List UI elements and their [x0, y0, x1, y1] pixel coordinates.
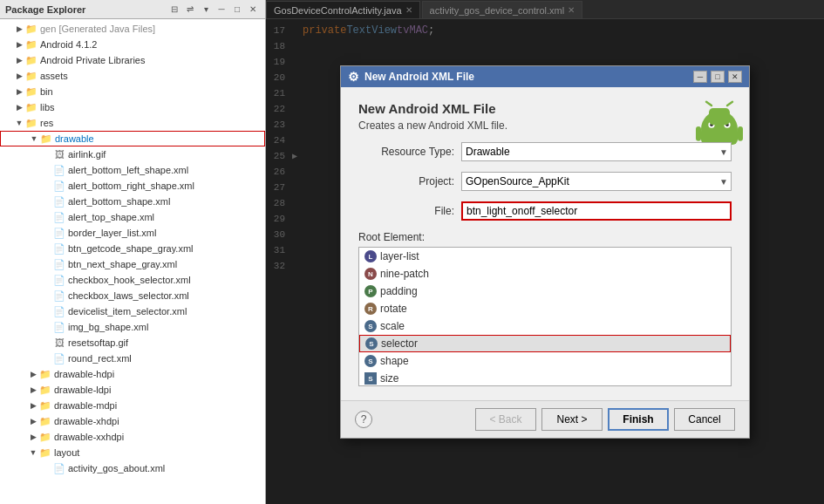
tree-icon-drawable_hdpi: 📁	[38, 367, 52, 381]
tree-item-drawable_ldpi[interactable]: ▶📁drawable-ldpi	[0, 382, 265, 398]
tree-item-drawable_xhdpi[interactable]: ▶📁drawable-xhdpi	[0, 413, 265, 429]
tree-label-btn_getcode: btn_getcode_shape_gray.xml	[68, 243, 194, 254]
tree-toggle-bin[interactable]: ▶	[14, 86, 24, 97]
tree-icon-drawable_xhdpi: 📁	[38, 414, 52, 428]
link-editor-btn[interactable]: ⇌	[183, 3, 197, 17]
tree-item-round_rect[interactable]: 📄round_rect.xml	[0, 351, 265, 366]
tree-item-btn_next[interactable]: 📄btn_next_shape_gray.xml	[0, 256, 265, 272]
tree-toggle-devicelist_item[interactable]	[42, 306, 52, 317]
tree-item-airlinkgif[interactable]: 🖼airlink.gif	[0, 146, 265, 162]
tree-icon-alert_bottom_left: 📄	[52, 163, 66, 177]
tree-item-drawable_hdpi[interactable]: ▶📁drawable-hdpi	[0, 366, 265, 382]
tree-toggle-alert_bottom_left[interactable]	[42, 165, 52, 175]
tree-toggle-checkbox_hook[interactable]	[42, 275, 52, 285]
tree-toggle-activity_gos_about[interactable]	[42, 463, 52, 473]
tree-toggle-gen[interactable]: ▶	[14, 24, 24, 34]
tree-item-alert_bottom_left[interactable]: 📄alert_bottom_left_shape.xml	[0, 162, 265, 178]
resource-type-select[interactable]: Drawable	[461, 142, 732, 161]
maximize-btn[interactable]: □	[230, 3, 244, 17]
dialog-minimize-btn[interactable]: ─	[693, 71, 707, 83]
back-button[interactable]: < Back	[475, 408, 536, 431]
tree-toggle-libs[interactable]: ▶	[14, 102, 24, 112]
tree-icon-drawable: 📁	[39, 132, 53, 146]
tree-toggle-alert_bottom[interactable]	[42, 196, 52, 207]
tree-item-alert_bottom[interactable]: 📄alert_bottom_shape.xml	[0, 194, 265, 209]
tree-item-border_layer[interactable]: 📄border_layer_list.xml	[0, 225, 265, 241]
tree-toggle-airlinkgif[interactable]	[42, 149, 52, 160]
minimize-btn[interactable]: ─	[215, 3, 228, 17]
tree-item-activity_gos_about[interactable]: 📄activity_gos_about.xml	[0, 460, 265, 476]
tree-label-drawable: drawable	[55, 133, 94, 144]
root-element-item-selector[interactable]: Sselector	[359, 335, 731, 352]
tree-label-drawable_xxhdpi: drawable-xxhdpi	[54, 432, 124, 442]
next-button[interactable]: Next >	[541, 408, 603, 431]
root-element-item-padding[interactable]: Ppadding	[359, 283, 731, 300]
tree-toggle-drawable_hdpi[interactable]: ▶	[28, 369, 38, 379]
tree-toggle-drawable[interactable]: ▼	[29, 133, 39, 144]
tree-item-devicelist_item[interactable]: 📄devicelist_item_selector.xml	[0, 303, 265, 319]
tree-item-alert_top[interactable]: 📄alert_top_shape.xml	[0, 209, 265, 225]
tree-item-bin[interactable]: ▶📁bin	[0, 84, 265, 99]
tree-toggle-checkbox_laws[interactable]	[42, 290, 52, 301]
tree-item-checkbox_hook[interactable]: 📄checkbox_hook_selector.xml	[0, 272, 265, 288]
tree-toggle-drawable_xhdpi[interactable]: ▶	[28, 416, 38, 426]
tree-item-img_bg[interactable]: 📄img_bg_shape.xml	[0, 319, 265, 335]
tree-item-drawable_xxhdpi[interactable]: ▶📁drawable-xxhdpi	[0, 429, 265, 445]
tree-toggle-alert_bottom_right[interactable]	[42, 180, 52, 191]
project-row: Project: GOpenSource_AppKit ▼	[358, 172, 732, 191]
tree-toggle-layout[interactable]: ▼	[28, 447, 38, 458]
tree-toggle-drawable_xxhdpi[interactable]: ▶	[28, 432, 38, 442]
tree-item-assets[interactable]: ▶📁assets	[0, 68, 265, 84]
tree-item-gen[interactable]: ▶📁gen [Generated Java Files]	[0, 21, 265, 37]
root-element-section: Root Element: Llayer-listNnine-patchPpad…	[358, 231, 732, 386]
tree-item-checkbox_laws[interactable]: 📄checkbox_laws_selector.xml	[0, 288, 265, 303]
dialog-close-btn[interactable]: ✕	[728, 71, 742, 83]
tree-toggle-btn_getcode[interactable]	[42, 243, 52, 254]
tree-item-androidPrivate[interactable]: ▶📁Android Private Libraries	[0, 52, 265, 68]
header-icons: ⊟ ⇌ ▾ ─ □ ✕	[167, 3, 260, 17]
tree-item-drawable[interactable]: ▼📁drawable	[0, 131, 265, 146]
cancel-button[interactable]: Cancel	[674, 408, 735, 431]
root-element-item-size[interactable]: Ssize	[359, 370, 731, 386]
tree-toggle-resetsoftap[interactable]	[42, 337, 52, 348]
tree-toggle-android412[interactable]: ▶	[14, 39, 24, 50]
tree-item-alert_bottom_right[interactable]: 📄alert_bottom_right_shape.xml	[0, 178, 265, 194]
android-robot-icon	[693, 98, 735, 140]
tree-toggle-btn_next[interactable]	[42, 259, 52, 269]
close-panel-btn[interactable]: ✕	[246, 3, 260, 17]
tree-item-libs[interactable]: ▶📁libs	[0, 99, 265, 115]
root-item-label-selector: selector	[381, 337, 418, 350]
tree-toggle-res[interactable]: ▼	[14, 118, 24, 128]
tree-toggle-img_bg[interactable]	[42, 322, 52, 332]
dialog-maximize-btn[interactable]: □	[711, 71, 725, 83]
menu-btn[interactable]: ▾	[199, 3, 213, 17]
tree-item-android412[interactable]: ▶📁Android 4.1.2	[0, 37, 265, 52]
tree-item-res[interactable]: ▼📁res	[0, 115, 265, 131]
help-button[interactable]: ?	[355, 411, 372, 428]
resource-type-row: Resource Type: Drawable ▼	[358, 142, 732, 161]
tree-toggle-drawable_mdpi[interactable]: ▶	[28, 400, 38, 411]
root-element-item-scale[interactable]: Sscale	[359, 317, 731, 335]
root-element-item-nine-patch[interactable]: Nnine-patch	[359, 265, 731, 283]
root-element-item-layer-list[interactable]: Llayer-list	[359, 248, 731, 265]
tree-toggle-androidPrivate[interactable]: ▶	[14, 55, 24, 65]
collapse-all-btn[interactable]: ⊟	[167, 3, 181, 17]
tree-label-androidPrivate: Android Private Libraries	[40, 55, 145, 65]
root-item-label-scale: scale	[380, 320, 405, 332]
tree-item-btn_getcode[interactable]: 📄btn_getcode_shape_gray.xml	[0, 241, 265, 256]
tree-toggle-drawable_ldpi[interactable]: ▶	[28, 385, 38, 395]
tree-item-layout[interactable]: ▼📁layout	[0, 445, 265, 460]
tree-item-drawable_mdpi[interactable]: ▶📁drawable-mdpi	[0, 398, 265, 413]
tree-toggle-alert_top[interactable]	[42, 212, 52, 222]
root-element-item-rotate[interactable]: Rrotate	[359, 300, 731, 317]
tree-toggle-round_rect[interactable]	[42, 353, 52, 364]
project-select[interactable]: GOpenSource_AppKit	[461, 172, 732, 191]
root-element-item-shape[interactable]: Sshape	[359, 352, 731, 370]
file-input[interactable]	[461, 201, 732, 221]
finish-button[interactable]: Finish	[608, 408, 669, 431]
tree-label-assets: assets	[40, 71, 68, 81]
tree-toggle-border_layer[interactable]	[42, 228, 52, 238]
tree-label-alert_bottom: alert_bottom_shape.xml	[68, 196, 170, 207]
tree-item-resetsoftap[interactable]: 🖼resetsoftap.gif	[0, 335, 265, 351]
tree-toggle-assets[interactable]: ▶	[14, 71, 24, 81]
